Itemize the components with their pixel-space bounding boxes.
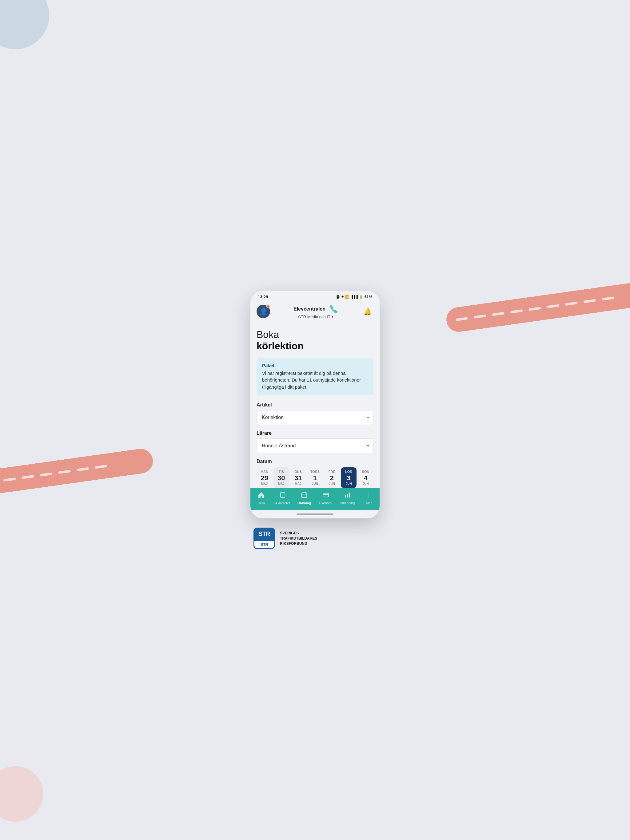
home-bar bbox=[296, 513, 334, 515]
date-number: 30 bbox=[277, 475, 285, 482]
nav-item-bokning[interactable]: Bokning bbox=[293, 492, 315, 505]
artikel-value: Körlektion bbox=[262, 415, 283, 420]
road-stripe-bottom bbox=[0, 447, 154, 502]
battery-icon: 🔋 bbox=[359, 295, 363, 299]
svg-rect-4 bbox=[302, 493, 307, 498]
svg-point-14 bbox=[369, 495, 369, 496]
date-cell-2-jun[interactable]: FRE 2 JUN bbox=[324, 467, 340, 488]
date-month: MAJ bbox=[261, 482, 268, 485]
notification-bell-button[interactable]: 🔔 bbox=[361, 305, 374, 317]
user-icon: 👤 bbox=[259, 308, 268, 316]
date-day-name: SÖN bbox=[362, 470, 369, 474]
info-box: Paket: Vi har registrerat paketet åt dig… bbox=[256, 358, 374, 396]
app-header: 👤 Elevcentralen STR Media och IT ▾ 🔔 bbox=[250, 302, 380, 323]
nav-label-ekonomi: Ekonomi bbox=[319, 501, 332, 505]
nav-icon-aktiviteter bbox=[279, 492, 286, 500]
battery-percent: 64 % bbox=[364, 295, 372, 298]
date-month: JUN bbox=[312, 482, 318, 485]
nav-icon-utbildning bbox=[344, 492, 351, 500]
date-cell-30-maj[interactable]: TIS 30 MAJ bbox=[274, 467, 289, 488]
date-section: Datum MÅN 29 MAJ TIS 30 MAJ ONS 31 MAJ T… bbox=[256, 459, 374, 488]
phone-icon bbox=[328, 304, 338, 314]
nav-label-bokning: Bokning bbox=[298, 501, 311, 505]
nav-label-aktiviteter: Aktiviteter bbox=[275, 501, 290, 505]
date-cell-31-maj[interactable]: ONS 31 MAJ bbox=[290, 467, 306, 488]
app-title: Elevcentralen bbox=[293, 306, 326, 312]
date-day-name: FRE bbox=[329, 470, 335, 474]
datum-label: Datum bbox=[256, 459, 374, 464]
str-logo-section: STR STR SVERIGES TRAFIKUTBILDARES RIKSFÖ… bbox=[250, 527, 380, 549]
nav-item-utbildning[interactable]: Utbildning bbox=[337, 492, 358, 505]
wifi-icon: 📶 bbox=[345, 295, 350, 299]
artikel-select[interactable]: Körlektion bbox=[256, 410, 374, 425]
artikel-label: Artikel bbox=[256, 402, 374, 408]
bg-circle-top-left bbox=[0, 0, 49, 49]
date-number: 4 bbox=[364, 475, 367, 482]
svg-rect-10 bbox=[345, 495, 346, 497]
nav-item-aktiviteter[interactable]: Aktiviteter bbox=[272, 492, 293, 505]
nav-label-utbildning: Utbildning bbox=[340, 501, 355, 505]
date-month: JUN bbox=[329, 482, 335, 485]
phone-wrapper: 13:28 📳 ✦ 📶 ▐▐▐ 🔋 64 % 👤 Elevcentralen bbox=[250, 291, 380, 549]
date-cell-4-jun[interactable]: SÖN 4 JUN bbox=[358, 467, 374, 488]
date-month: MAJ bbox=[295, 482, 301, 485]
date-cell-29-maj[interactable]: MÅN 29 MAJ bbox=[256, 467, 272, 488]
str-logo: STR STR bbox=[253, 527, 275, 549]
nav-icon-hem bbox=[258, 492, 264, 500]
nav-item-hem[interactable]: Hem bbox=[250, 492, 272, 505]
str-logo-text: STR bbox=[259, 531, 270, 537]
status-bar: 13:28 📳 ✦ 📶 ▐▐▐ 🔋 64 % bbox=[250, 291, 380, 302]
date-day-name: TIS bbox=[279, 470, 284, 474]
main-content: Boka körlektion Paket: Vi har registrera… bbox=[250, 323, 380, 488]
date-number: 1 bbox=[313, 475, 317, 482]
nav-icon-bokning bbox=[301, 492, 308, 500]
status-icons: 📳 ✦ 📶 ▐▐▐ 🔋 64 % bbox=[336, 295, 372, 299]
svg-rect-12 bbox=[349, 493, 350, 498]
svg-rect-8 bbox=[323, 494, 329, 497]
bell-icon: 🔔 bbox=[363, 308, 372, 316]
bluetooth-icon: ✦ bbox=[341, 295, 344, 299]
page-title-line1: Boka bbox=[256, 329, 374, 340]
nav-icon-mer bbox=[366, 492, 372, 500]
nav-item-mer[interactable]: Mer bbox=[358, 492, 380, 505]
info-box-title: Paket: bbox=[262, 363, 368, 368]
date-day-name: TORS bbox=[310, 470, 320, 474]
header-center: Elevcentralen STR Media och IT ▾ bbox=[293, 304, 338, 319]
larare-label: Lärare bbox=[256, 431, 374, 436]
bottom-nav: Hem Aktiviteter Bokning Ekonomi Utbildni… bbox=[250, 488, 380, 510]
str-org-name: SVERIGES TRAFIKUTBILDARES RIKSFÖRBUND bbox=[280, 531, 317, 546]
date-cell-1-jun[interactable]: TORS 1 JUN bbox=[307, 467, 323, 488]
page-title: Boka körlektion bbox=[256, 329, 374, 352]
artikel-select-wrapper: Körlektion ▾ bbox=[256, 410, 374, 425]
nav-item-ekonomi[interactable]: Ekonomi bbox=[315, 492, 337, 505]
date-day-name: LÖR bbox=[345, 470, 352, 474]
page-title-line2: körlektion bbox=[256, 340, 374, 352]
date-grid: MÅN 29 MAJ TIS 30 MAJ ONS 31 MAJ TORS 1 … bbox=[256, 467, 374, 488]
road-stripe-top bbox=[445, 279, 630, 333]
larare-value: Ronnie Åstrand bbox=[262, 443, 296, 448]
bg-circle-bottom-left bbox=[0, 766, 43, 821]
date-number: 31 bbox=[294, 475, 302, 482]
vibrate-icon: 📳 bbox=[336, 295, 340, 299]
signal-icon: ▐▐▐ bbox=[351, 295, 358, 298]
chevron-down-icon: ▾ bbox=[332, 315, 333, 319]
larare-select-wrapper: Ronnie Åstrand ▾ bbox=[256, 439, 374, 453]
date-month: JUN bbox=[346, 482, 352, 485]
date-cell-3-jun[interactable]: LÖR 3 JUN bbox=[341, 467, 356, 488]
svg-rect-11 bbox=[347, 494, 348, 498]
date-number: 29 bbox=[261, 475, 268, 482]
date-number: 3 bbox=[347, 475, 351, 482]
svg-point-13 bbox=[369, 493, 369, 494]
avatar-notification-badge bbox=[266, 305, 270, 308]
nav-icon-ekonomi bbox=[322, 492, 329, 500]
date-day-name: ONS bbox=[294, 470, 302, 474]
date-day-name: MÅN bbox=[261, 470, 268, 474]
svg-point-15 bbox=[369, 497, 369, 497]
nav-label-hem: Hem bbox=[258, 501, 264, 505]
avatar[interactable]: 👤 bbox=[256, 305, 270, 318]
info-box-text: Vi har registrerat paketet åt dig på den… bbox=[262, 370, 368, 391]
date-month: JUN bbox=[362, 482, 369, 485]
date-number: 2 bbox=[330, 475, 334, 482]
larare-select[interactable]: Ronnie Åstrand bbox=[256, 439, 374, 453]
header-subtitle[interactable]: STR Media och IT ▾ bbox=[298, 314, 333, 319]
